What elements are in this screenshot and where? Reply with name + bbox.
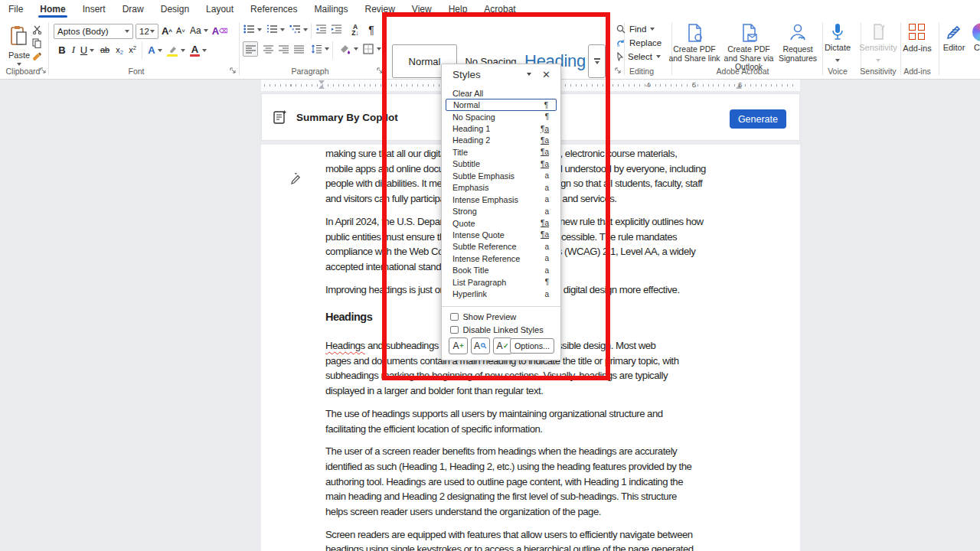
align-left-button[interactable] [243, 41, 258, 57]
highlight-color-button[interactable] [166, 42, 178, 57]
select-button[interactable]: Select [616, 51, 661, 62]
clipboard-dialog-launcher-icon[interactable] [40, 67, 47, 75]
style-item-subtle-reference[interactable]: Subtle Referencea [446, 241, 557, 253]
borders-chevron-icon[interactable] [377, 47, 381, 51]
copy-button[interactable] [31, 37, 43, 48]
menu-tab-references[interactable]: References [242, 1, 305, 18]
highlight-chevron-icon[interactable] [181, 49, 185, 52]
style-item-subtle-emphasis[interactable]: Subtle Emphasisa [446, 170, 557, 181]
shading-chevron-icon[interactable] [354, 47, 358, 51]
replace-button[interactable]: b Replace [616, 37, 662, 48]
style-inspector-button[interactable]: A [471, 337, 490, 354]
menu-tab-layout[interactable]: Layout [198, 1, 242, 18]
styles-pane-chevron-icon[interactable] [527, 73, 531, 76]
dictate-button[interactable]: Dictate [821, 23, 854, 66]
line-spacing-button[interactable] [309, 41, 323, 57]
copilot-button[interactable]: Cop [966, 23, 980, 52]
style-item-title[interactable]: Title¶a [446, 146, 557, 158]
style-item-intense-reference[interactable]: Intense Referencea [446, 253, 557, 264]
hanging-indent-marker[interactable] [318, 85, 325, 89]
style-item-quote[interactable]: Quote¶a [446, 217, 557, 229]
style-item-subtitle[interactable]: Subtitle¶a [446, 158, 557, 170]
new-style-button[interactable]: A+ [449, 337, 468, 354]
font-color-button[interactable]: A [189, 42, 201, 57]
increase-indent-button[interactable] [331, 24, 342, 34]
first-line-indent-marker[interactable] [318, 80, 325, 84]
style-item-emphasis[interactable]: Emphasisa [446, 182, 557, 194]
shrink-font-button[interactable]: A˅ [175, 24, 187, 37]
grow-font-button[interactable]: A˄ [161, 24, 173, 37]
format-painter-button[interactable] [31, 51, 43, 64]
menu-tab-design[interactable]: Design [152, 1, 198, 18]
show-paragraph-marks-button[interactable]: ¶ [366, 23, 377, 37]
justify-button[interactable] [292, 41, 305, 57]
paste-button[interactable] [6, 23, 32, 49]
menu-tab-acrobat[interactable]: Acrobat [475, 1, 524, 18]
menu-tab-review[interactable]: Review [357, 1, 403, 18]
style-item-strong[interactable]: Stronga [446, 205, 557, 217]
paragraph-dialog-launcher-icon[interactable] [377, 67, 384, 75]
underline-chevron-icon[interactable] [90, 49, 94, 52]
text-effects-button[interactable]: A [145, 43, 158, 57]
disable-linked-styles-checkbox[interactable] [450, 326, 459, 334]
menu-tab-draw[interactable]: Draw [114, 1, 152, 18]
style-item-clear-all[interactable]: Clear All [446, 87, 557, 99]
menu-tab-file[interactable]: File [0, 1, 31, 18]
subscript-button[interactable]: x2 [113, 43, 126, 57]
style-item-intense-quote[interactable]: Intense Quote¶a [446, 229, 557, 240]
styles-pane-close-icon[interactable]: ✕ [542, 69, 550, 80]
bullets-chevron-icon[interactable] [257, 28, 262, 31]
align-center-button[interactable] [261, 41, 275, 57]
paste-chevron-icon[interactable] [17, 63, 21, 66]
generate-button[interactable]: Generate [730, 109, 786, 129]
font-name-combo[interactable]: Aptos (Body) [54, 24, 133, 39]
show-preview-row[interactable]: Show Preview [450, 312, 516, 321]
align-right-button[interactable] [276, 41, 290, 57]
decrease-indent-button[interactable] [315, 24, 327, 34]
menu-tab-view[interactable]: View [403, 1, 440, 18]
numbering-chevron-icon[interactable] [280, 28, 285, 31]
text-effects-chevron-icon[interactable] [158, 49, 162, 52]
font-dialog-launcher-icon[interactable] [230, 67, 237, 75]
menu-tab-help[interactable]: Help [440, 1, 476, 18]
style-item-hyperlink[interactable]: Hyperlinka [446, 288, 557, 299]
bullets-button[interactable] [243, 24, 255, 34]
style-item-normal[interactable]: Normal¶ [446, 99, 557, 110]
multilevel-chevron-icon[interactable] [303, 28, 308, 31]
multilevel-list-button[interactable] [289, 24, 301, 34]
style-item-no-spacing[interactable]: No Spacing¶ [446, 111, 557, 122]
menu-tab-mailings[interactable]: Mailings [305, 1, 356, 18]
editor-button[interactable]: Editor [939, 23, 969, 52]
menu-tab-home[interactable]: Home [31, 1, 74, 18]
style-item-heading-1[interactable]: Heading 1¶a [446, 122, 557, 134]
underline-button[interactable]: U [79, 43, 89, 57]
numbering-button[interactable] [266, 24, 278, 34]
italic-button[interactable]: I [69, 43, 78, 57]
shading-button[interactable] [337, 41, 352, 57]
font-size-combo[interactable]: 12 [136, 24, 158, 39]
copilot-margin-pen-icon[interactable] [289, 173, 301, 186]
style-item-heading-2[interactable]: Heading 2¶a [446, 135, 557, 146]
style-item-intense-emphasis[interactable]: Intense Emphasisa [446, 194, 557, 205]
superscript-button[interactable]: x2 [126, 43, 139, 57]
show-preview-checkbox[interactable] [450, 313, 459, 321]
create-pdf-outlook-button[interactable]: Create PDF and Share via Outlook [721, 23, 776, 72]
create-pdf-share-link-button[interactable]: Create PDF and Share link [668, 23, 721, 63]
bold-button[interactable]: B [57, 43, 67, 57]
sort-button[interactable]: A Z↓ [348, 23, 363, 37]
font-color-chevron-icon[interactable] [202, 49, 207, 52]
request-signatures-button[interactable]: Request Signatures [776, 23, 819, 63]
add-ins-button[interactable]: Add-ins [900, 23, 934, 53]
line-spacing-chevron-icon[interactable] [325, 47, 329, 51]
borders-button[interactable] [361, 42, 375, 56]
menu-tab-insert[interactable]: Insert [74, 1, 114, 18]
find-button[interactable]: Find [616, 24, 655, 34]
strikethrough-button[interactable]: ab [98, 43, 112, 57]
cut-button[interactable] [31, 24, 43, 35]
style-item-book-title[interactable]: Book Titlea [446, 265, 557, 276]
style-item-list-paragraph[interactable]: List Paragraph¶ [446, 276, 557, 288]
clear-formatting-button[interactable]: A⌫ [213, 24, 227, 37]
change-case-button[interactable]: Aa [190, 24, 208, 37]
style-gallery-more-button[interactable] [588, 44, 606, 78]
disable-linked-styles-row[interactable]: Disable Linked Styles [450, 325, 544, 334]
